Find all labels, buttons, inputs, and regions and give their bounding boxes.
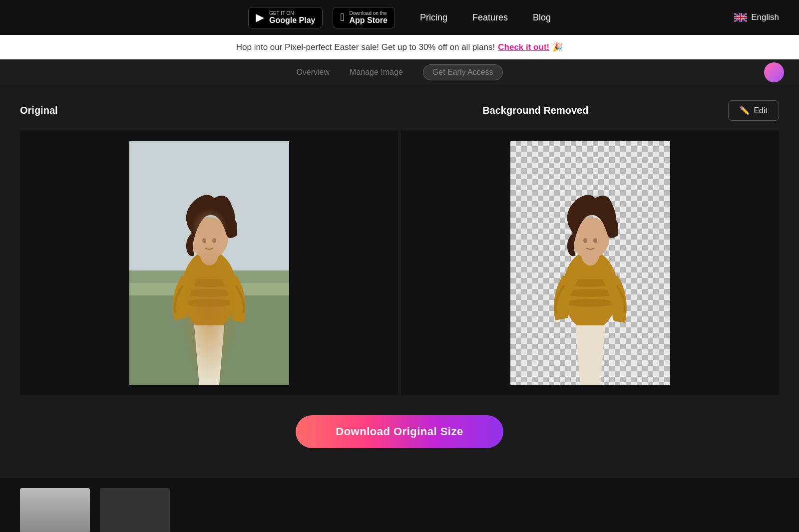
download-area: Download Original Size: [20, 415, 779, 448]
svg-rect-4: [129, 270, 289, 283]
svg-point-12: [212, 238, 216, 243]
language-selector[interactable]: English: [734, 12, 779, 22]
original-label: Original: [20, 105, 58, 116]
svg-point-10: [190, 217, 228, 259]
original-photo: [129, 141, 289, 385]
bottom-section: [0, 478, 799, 532]
svg-point-9: [200, 244, 218, 266]
svg-rect-3: [129, 280, 289, 295]
svg-rect-1: [129, 141, 289, 385]
edit-label: Edit: [754, 106, 768, 115]
svg-point-20: [593, 238, 597, 243]
bottom-thumb-1[interactable]: [20, 488, 90, 532]
svg-point-7: [184, 289, 234, 297]
secondary-nav-overview[interactable]: Overview: [296, 68, 330, 77]
apple-icon: : [340, 11, 344, 24]
nav-pricing[interactable]: Pricing: [420, 12, 447, 23]
images-container: [20, 131, 779, 395]
announcement-bar: Hop into our Pixel-perfect Easter sale! …: [0, 35, 799, 59]
nav-links: Pricing Features Blog: [420, 12, 551, 23]
svg-point-19: [583, 238, 587, 243]
announcement-emoji: 🎉: [552, 42, 563, 52]
top-navigation: ▶ GET IT ON Google Play  Download on th…: [0, 0, 799, 35]
original-image-svg: [129, 141, 289, 385]
uk-flag-icon: [734, 13, 747, 22]
removed-photo: [510, 141, 670, 385]
secondary-navigation: Overview Manage Image Get Early Access: [0, 59, 799, 85]
google-play-small-text: GET IT ON: [269, 10, 315, 16]
app-store-large-text: App Store: [349, 16, 387, 25]
nav-blog[interactable]: Blog: [533, 12, 551, 23]
secondary-nav-manage[interactable]: Manage Image: [350, 68, 403, 77]
edit-icon: ✏️: [740, 106, 750, 115]
svg-point-6: [184, 279, 234, 287]
svg-point-15: [565, 289, 615, 297]
secondary-nav-early-access[interactable]: Get Early Access: [423, 64, 503, 80]
nav-features[interactable]: Features: [472, 12, 508, 23]
circle-action-button[interactable]: [764, 62, 784, 82]
svg-point-5: [182, 251, 237, 330]
original-image-panel: [20, 131, 398, 395]
removed-image-panel: [401, 131, 779, 395]
language-label: English: [751, 12, 779, 22]
svg-point-11: [202, 238, 206, 243]
check-it-out-link[interactable]: Check it out!: [498, 42, 549, 52]
edit-button[interactable]: ✏️ Edit: [728, 100, 779, 121]
svg-point-16: [565, 299, 615, 307]
google-play-icon: ▶: [256, 11, 264, 24]
background-removed-label: Background Removed: [482, 105, 588, 116]
bottom-thumb-2[interactable]: [100, 488, 170, 532]
app-store-badge[interactable]:  Download on the App Store: [333, 7, 395, 28]
download-button[interactable]: Download Original Size: [296, 415, 503, 448]
removed-image-svg: [510, 141, 670, 385]
google-play-badge[interactable]: ▶ GET IT ON Google Play: [248, 7, 323, 28]
svg-rect-2: [129, 280, 289, 385]
google-play-large-text: Google Play: [269, 16, 315, 25]
main-content: Original Background Removed ✏️ Edit: [0, 85, 799, 478]
svg-point-8: [184, 299, 234, 307]
comparison-header: Original Background Removed ✏️ Edit: [20, 100, 779, 121]
announcement-text: Hop into our Pixel-perfect Easter sale! …: [236, 42, 495, 52]
app-store-small-text: Download on the: [349, 10, 387, 16]
